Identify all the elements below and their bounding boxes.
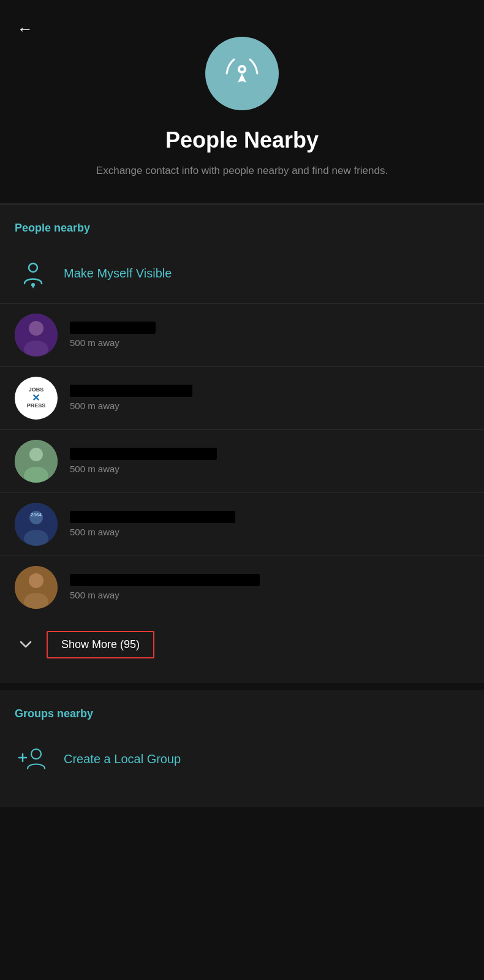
- person-distance: 500 m away: [70, 401, 469, 411]
- create-group-icon: [15, 741, 51, 778]
- make-visible-label: Make Myself Visible: [64, 266, 172, 281]
- add-group-icon: [18, 744, 48, 775]
- chevron-icon: [17, 636, 34, 653]
- location-icon-circle: [205, 37, 279, 110]
- show-more-button[interactable]: Show More (95): [47, 631, 154, 658]
- avatar: [15, 566, 58, 609]
- person-name-redacted: [70, 385, 192, 397]
- groups-nearby-section: Groups nearby Create a Local Group: [0, 690, 484, 807]
- person-row[interactable]: 500 m away: [0, 429, 484, 492]
- person-row[interactable]: JOBS ✕ PRESS 500 m away: [0, 366, 484, 429]
- svg-text:2064: 2064: [31, 512, 42, 518]
- person-name-redacted: [70, 448, 217, 460]
- person-info: 500 m away: [70, 511, 469, 537]
- svg-point-15: [29, 573, 43, 588]
- back-button[interactable]: ←: [17, 20, 33, 39]
- avatar-image-4: 2064: [15, 503, 58, 546]
- svg-point-17: [31, 749, 41, 759]
- make-visible-icon: [15, 255, 51, 292]
- avatar: [15, 314, 58, 356]
- avatar: JOBS ✕ PRESS: [15, 377, 58, 420]
- svg-point-2: [29, 263, 37, 272]
- person-row[interactable]: 2064 500 m away: [0, 492, 484, 556]
- people-nearby-heading: People nearby: [0, 205, 484, 244]
- svg-point-5: [29, 321, 43, 336]
- person-distance: 500 m away: [70, 590, 469, 600]
- chevron-down-icon: [15, 633, 37, 655]
- person-info: 500 m away: [70, 448, 469, 474]
- svg-point-1: [240, 67, 244, 71]
- person-info: 500 m away: [70, 385, 469, 411]
- make-visible-row[interactable]: Make Myself Visible: [0, 244, 484, 303]
- person-row[interactable]: 500 m away: [0, 556, 484, 619]
- create-group-label: Create a Local Group: [64, 752, 181, 766]
- location-radar-icon: [221, 52, 263, 95]
- avatar-image-5: [15, 566, 58, 609]
- person-name-redacted: [70, 322, 156, 334]
- header-section: ← People Nearby Exchange contact info wi…: [0, 0, 484, 203]
- avatar-image-1: [15, 314, 58, 356]
- avatar: 2064: [15, 503, 58, 546]
- groups-nearby-heading: Groups nearby: [0, 690, 484, 730]
- person-name-redacted: [70, 511, 235, 523]
- person-row[interactable]: 500 m away: [0, 303, 484, 366]
- svg-point-8: [29, 448, 43, 461]
- person-distance: 500 m away: [70, 527, 469, 537]
- person-name-redacted: [70, 574, 260, 586]
- person-distance: 500 m away: [70, 337, 469, 348]
- jobs-xpress-logo: JOBS ✕ PRESS: [27, 387, 46, 409]
- show-more-row[interactable]: Show More (95): [0, 619, 484, 671]
- person-info: 500 m away: [70, 322, 469, 348]
- avatar: [15, 440, 58, 483]
- create-group-row[interactable]: Create a Local Group: [0, 730, 484, 789]
- visibility-icon: [18, 259, 48, 288]
- page-subtitle: Exchange contact info with people nearby…: [96, 163, 388, 179]
- person-info: 500 m away: [70, 574, 469, 600]
- person-distance: 500 m away: [70, 464, 469, 474]
- avatar-image-3: [15, 440, 58, 483]
- people-nearby-section: People nearby Make Myself Visible: [0, 205, 484, 683]
- page-title: People Nearby: [165, 127, 319, 153]
